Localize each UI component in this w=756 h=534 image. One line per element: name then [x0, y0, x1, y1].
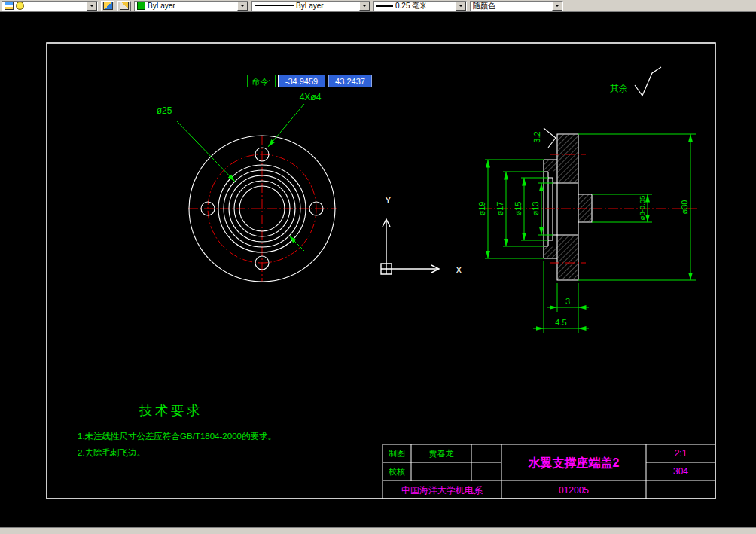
tech-req-item: 2.去除毛刺飞边。 — [78, 448, 145, 457]
coordinate-y-input[interactable]: 43.2437 — [328, 75, 372, 87]
layers-icon — [103, 2, 113, 10]
drawn-label: 制图 — [389, 449, 405, 458]
organization: 中国海洋大学机电系 — [401, 485, 483, 496]
dim-label: ø17 — [495, 202, 505, 216]
dim-label: ø15 — [514, 202, 523, 216]
properties-toolbar: ByLayer ByLayer 0.25 毫米 随颜色 — [0, 0, 756, 12]
ucs-x-label: X — [456, 264, 462, 276]
general-roughness-note: 其余 — [610, 67, 661, 96]
material-value: 304 — [673, 466, 688, 477]
dim-label: ø13 — [531, 202, 540, 216]
part-name: 水翼支撑座端盖2 — [528, 456, 620, 469]
roughness-value: 3.2 — [532, 131, 541, 142]
checked-label: 校核 — [388, 467, 405, 476]
dim-label-holes: 4Xø4 — [300, 92, 322, 102]
layer-combo[interactable] — [2, 1, 98, 11]
ucs-y-label: Y — [385, 194, 392, 206]
color-swatch — [137, 2, 145, 10]
other-surfaces-label: 其余 — [610, 83, 628, 93]
dim-label: 3 — [565, 297, 570, 306]
color-value: ByLayer — [148, 2, 175, 10]
hatch-region — [544, 160, 558, 172]
drawing-svg[interactable]: ø25 4Xø4 Y X ø19 — [0, 0, 756, 534]
lineweight-combo-dropdown[interactable] — [456, 2, 466, 11]
color-combo[interactable]: ByLayer — [134, 1, 248, 11]
dim-label: ø8-0.05 — [638, 196, 646, 221]
technical-requirements: 技术要求 1.未注线性尺寸公差应符合GB/T1804-2000的要求。 2.去除… — [78, 404, 276, 457]
front-view[interactable]: ø25 4Xø4 — [157, 92, 337, 282]
linetype-combo-dropdown[interactable] — [359, 2, 370, 11]
tech-req-title: 技术要求 — [139, 404, 203, 418]
hatch-region — [544, 247, 558, 258]
coordinate-x-input[interactable]: -34.9459 — [278, 75, 325, 87]
layer-tool-icon — [120, 2, 129, 10]
section-view[interactable]: ø19 ø17 ø15 ø13 ø8-0.05 ø30 3 4.5 3.2 — [477, 128, 700, 333]
linetype-combo[interactable]: ByLayer — [251, 1, 370, 11]
drawn-by: 贾春龙 — [429, 449, 454, 458]
linetype-value: ByLayer — [296, 2, 324, 10]
dim-label-boss: ø25 — [157, 105, 172, 116]
color-combo-dropdown[interactable] — [237, 2, 248, 11]
status-bar — [0, 527, 756, 534]
linetype-sample-icon — [255, 5, 294, 6]
command-prompt-box[interactable]: 命令: — [247, 75, 276, 87]
roughness-symbol-icon — [635, 67, 661, 96]
plotstyle-combo-dropdown[interactable] — [552, 2, 562, 11]
layer-manager-button[interactable] — [101, 1, 114, 11]
dim-label: ø19 — [477, 202, 486, 216]
scale-value: 2:1 — [675, 448, 687, 459]
plotstyle-value: 随颜色 — [473, 1, 495, 11]
lineweight-combo[interactable]: 0.25 毫米 — [373, 1, 467, 11]
dim-label: ø30 — [680, 200, 689, 215]
drawing-number: 012005 — [559, 485, 589, 496]
dim-label: 4.5 — [555, 318, 566, 327]
plotstyle-combo[interactable]: 随颜色 — [470, 1, 563, 11]
hatch-region — [558, 236, 578, 280]
lineweight-value: 0.25 毫米 — [395, 1, 427, 11]
ucs-icon: Y X — [381, 194, 462, 276]
layer-state-icon — [16, 2, 24, 10]
hatch-region — [558, 135, 578, 183]
layer-visibility-icon — [5, 2, 14, 10]
tech-req-item: 1.未注线性尺寸公差应符合GB/T1804-2000的要求。 — [78, 432, 276, 441]
layer-previous-button[interactable] — [117, 1, 131, 11]
lineweight-sample-icon — [376, 5, 393, 7]
title-block: 制图 贾春龙 校核 水翼支撑座端盖2 2:1 304 中国海洋大学机电系 012… — [383, 444, 715, 499]
roughness-symbol-icon — [544, 128, 556, 148]
layer-combo-dropdown[interactable] — [87, 2, 97, 11]
